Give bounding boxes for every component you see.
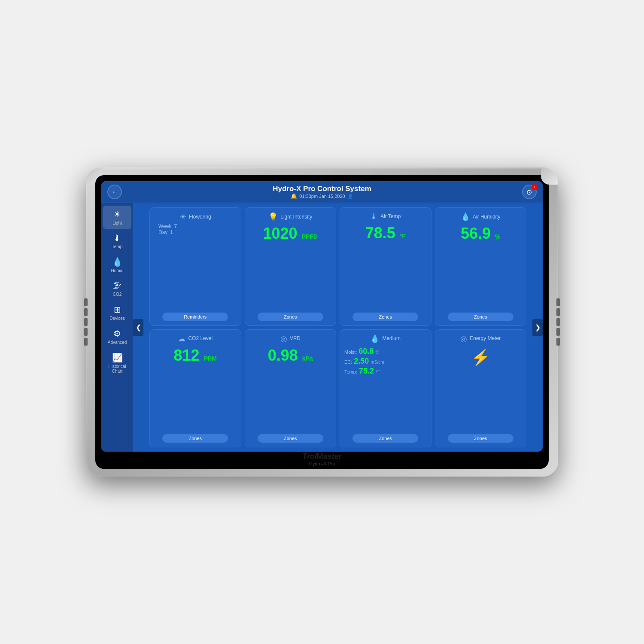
co2-level-icon: ☁	[178, 334, 185, 343]
cards-area: ❮ ❯ ☀ Flowering	[133, 203, 543, 452]
header-center: Hydro-X Pro Control System 🔔 01:30pm Jan…	[273, 185, 371, 199]
card-energy-header: ◎ Energy Meter	[440, 334, 522, 343]
air-humidity-value: 56.9 %	[461, 226, 501, 241]
moist-row: Moist: 60.8 %	[344, 347, 427, 356]
sidebar-label-co2: CO2	[113, 292, 122, 297]
light-icon: ☀	[113, 209, 121, 219]
card-medium-header: 💧 Medium	[344, 334, 427, 343]
sidebar-item-humid[interactable]: 💧 Humid	[103, 253, 131, 276]
temp-icon: 🌡	[113, 233, 122, 243]
main-content: ☀ Light 🌡 Temp 💧 Humid 🌫 CO2	[101, 203, 543, 452]
light-zones-button[interactable]: Zones	[258, 313, 323, 321]
notification-button[interactable]: ⊙ 1	[522, 185, 537, 199]
sidebar-item-temp[interactable]: 🌡 Temp	[103, 230, 131, 252]
medium-icon: 💧	[370, 334, 380, 343]
device-shell: TrolMaster Hydro-X Pro ← Hydro-X Pro Con…	[86, 167, 558, 477]
devices-icon: ⊞	[114, 304, 121, 315]
medium-zones-button[interactable]: Zones	[352, 434, 418, 443]
sidebar-item-advanced[interactable]: ⚙ Advanced	[103, 325, 131, 348]
air-humidity-icon: 💧	[461, 212, 470, 222]
camera-icon: ⊙	[526, 188, 532, 196]
sidebar-label-humid: Humid	[111, 268, 124, 273]
vpd-icon: ◎	[280, 334, 287, 343]
brand-subtitle: Hydro-X Pro	[302, 461, 342, 466]
card-flowering-title: Flowering	[189, 214, 211, 220]
card-co2-title: CO2 Level	[188, 335, 213, 341]
sidebar-item-co2[interactable]: 🌫 CO2	[103, 277, 131, 300]
brand-label: TrolMaster Hydro-X Pro	[302, 452, 342, 466]
ec-value: 2.50	[354, 357, 369, 366]
sidebar-item-devices[interactable]: ⊞ Devices	[103, 301, 131, 324]
sidebar-item-light[interactable]: ☀ Light	[103, 206, 131, 229]
vent-left	[84, 298, 88, 346]
card-medium-title: Medium	[382, 335, 401, 341]
day-label: Day	[158, 229, 167, 235]
notification-badge: 1	[532, 184, 538, 190]
card-air-humidity-header: 💧 Air Humidity	[440, 212, 522, 222]
ec-row: EC: 2.50 mS/cm	[344, 357, 427, 366]
co2-level-unit: PPM	[204, 355, 217, 362]
medium-temp-label: Temp:	[344, 369, 357, 374]
moist-label: Moist:	[344, 349, 357, 355]
medium-temp-row: Temp: 75.2 °F	[344, 367, 427, 376]
nav-left-button[interactable]: ❮	[133, 319, 143, 336]
air-temp-value: 78.5 °F	[365, 225, 406, 241]
flowering-day-row: Day 1	[154, 229, 237, 235]
card-energy-meter: ◎ Energy Meter ⚡ Zones	[435, 329, 527, 448]
sidebar-label-historical: Historical Chart	[105, 364, 130, 374]
sidebar-label-advanced: Advanced	[108, 340, 127, 345]
light-intensity-value: 1020 PPFD	[263, 226, 318, 241]
card-air-temp: 🌡 Air Temp 78.5 °F Zones	[340, 207, 431, 326]
vpd-zones-button[interactable]: Zones	[258, 434, 323, 443]
air-humidity-zones-button[interactable]: Zones	[448, 313, 513, 321]
moist-unit: %	[375, 350, 379, 355]
header-title: Hydro-X Pro Control System	[273, 185, 371, 193]
light-intensity-icon: 💡	[268, 212, 278, 222]
header-datetime: 01:30pm Jan 15,2020	[299, 194, 345, 199]
sidebar-label-light: Light	[112, 221, 122, 225]
air-humidity-unit: %	[495, 233, 500, 240]
advanced-icon: ⚙	[113, 328, 121, 339]
card-flowering: ☀ Flowering Week 7 Day 1 Remind	[149, 207, 241, 326]
card-air-temp-header: 🌡 Air Temp	[344, 212, 427, 221]
card-light-header: 💡 Light Intensity	[249, 212, 332, 222]
cards-row-1: ☀ Flowering Week 7 Day 1 Remind	[137, 207, 538, 326]
header-subtitle: 🔔 01:30pm Jan 15,2020 👤	[273, 193, 371, 199]
flowering-icon: ☀	[179, 212, 186, 222]
chevron-right-icon: ❯	[535, 323, 541, 331]
cards-row-2: ☁ CO2 Level 812 PPM Zones	[137, 329, 538, 448]
air-temp-unit: °F	[400, 233, 406, 240]
card-energy-title: Energy Meter	[470, 335, 501, 341]
card-vpd-header: ◎ VPD	[249, 334, 332, 343]
energy-lightning-icon: ⚡	[471, 349, 490, 367]
energy-zones-button[interactable]: Zones	[448, 434, 513, 443]
week-label: Week	[158, 223, 171, 229]
day-value: 1	[170, 229, 173, 235]
medium-temp-value: 75.2	[359, 367, 374, 376]
back-button[interactable]: ←	[107, 185, 122, 199]
sidebar-item-historical[interactable]: 📈 Historical Chart	[103, 349, 131, 377]
card-co2-header: ☁ CO2 Level	[154, 334, 237, 343]
sidebar-label-devices: Devices	[109, 316, 125, 321]
medium-readings: Moist: 60.8 % EC: 2.50 mS/cm	[344, 347, 427, 376]
air-temp-icon: 🌡	[370, 212, 378, 221]
co2-level-value: 812 PPM	[174, 348, 217, 363]
card-medium: 💧 Medium Moist: 60.8 % EC:	[340, 329, 431, 448]
ec-unit: mS/cm	[371, 360, 384, 365]
vpd-value: 0.98 kPa	[268, 348, 313, 363]
air-temp-zones-button[interactable]: Zones	[352, 313, 418, 321]
co2-zones-button[interactable]: Zones	[162, 434, 228, 443]
card-vpd: ◎ VPD 0.98 kPa Zones	[245, 329, 337, 448]
brand-name: TrolMaster	[302, 452, 342, 461]
alert-icon: 🔔	[291, 193, 297, 199]
screen-bezel: TrolMaster Hydro-X Pro ← Hydro-X Pro Con…	[95, 175, 549, 469]
light-intensity-unit: PPFD	[302, 233, 318, 240]
sidebar-label-temp: Temp	[112, 244, 122, 249]
reminders-button[interactable]: Reminders	[162, 313, 228, 321]
nav-right-button[interactable]: ❯	[532, 319, 543, 336]
card-air-temp-title: Air Temp	[380, 213, 401, 219]
humid-icon: 💧	[112, 257, 123, 267]
header: ← Hydro-X Pro Control System 🔔 01:30pm J…	[101, 181, 543, 203]
vent-right	[556, 298, 560, 346]
chart-icon: 📈	[112, 352, 123, 363]
